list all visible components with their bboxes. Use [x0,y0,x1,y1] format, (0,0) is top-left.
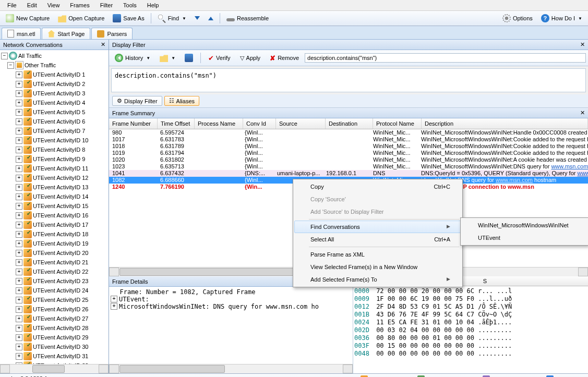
expand-icon[interactable]: + [16,315,22,322]
frame-row[interactable]: 10176.631783{WinI...WinINet_Mic...WinINe… [109,136,588,143]
find-next-button[interactable] [191,13,203,24]
find-prev-button[interactable] [205,13,217,24]
expand-icon[interactable]: + [16,71,22,78]
expand-icon[interactable]: + [16,287,22,294]
ctx-parse-xml[interactable]: Parse Frame as XML [294,248,461,261]
close-pane-button[interactable]: ✕ [580,110,585,116]
expand-icon[interactable]: + [16,231,22,238]
frame-row[interactable]: 10196.631794{WinI...WinINet_Mic...WinINe… [109,150,588,156]
expand-icon[interactable]: + [16,147,22,153]
expand-icon[interactable]: + [16,165,22,172]
expand-icon[interactable]: + [16,222,22,228]
file-tab-start[interactable]: Start Page [42,28,90,39]
col-conv-id[interactable]: Conv Id [243,118,276,129]
col-description[interactable]: Description [422,118,588,129]
remove-button[interactable]: ✘Remove [266,53,303,64]
tree-item[interactable]: +UTEvent ActivityID 12 [0,173,109,183]
expand-icon[interactable]: + [16,184,22,191]
conversation-tree[interactable]: −All Traffic −Other Traffic +UTEvent Act… [0,50,109,364]
tab-display-filter[interactable]: ⚙Display Filter [112,96,162,106]
verify-button[interactable]: ✔Verify [205,53,234,64]
tree-item[interactable]: +UTEvent ActivityID 4 [0,98,109,107]
col-frame-number[interactable]: Frame Number [109,118,158,129]
tree-item[interactable]: +UTEvent ActivityID 23 [0,276,109,286]
tree-item[interactable]: +UTEvent ActivityID 25 [0,295,109,305]
col-destination[interactable]: Destination [326,118,373,129]
menu-frames[interactable]: Frames [65,1,94,9]
tree-item[interactable]: +UTEvent ActivityID 18 [0,229,109,239]
collapse-icon[interactable]: − [1,53,8,59]
tree-item[interactable]: +UTEvent ActivityID 10 [0,136,109,145]
expand-icon[interactable]: + [16,128,22,135]
frame-row[interactable]: 10416.637432{DNS:...umani-laptop-p...192… [109,170,588,177]
tree-item[interactable]: +UTEvent ActivityID 16 [0,211,109,220]
expand-icon[interactable]: + [16,250,22,257]
close-pane-button[interactable]: ✕ [101,41,105,48]
tree-item[interactable]: +UTEvent ActivityID 19 [0,239,109,248]
tree-item[interactable]: +UTEvent ActivityID 26 [0,305,109,314]
tree-item[interactable]: +UTEvent ActivityID 17 [0,220,109,229]
frame-row[interactable]: 9806.595724{WinI...WinINet_Mic...WinINet… [109,129,588,136]
options-button[interactable]: Options [499,13,536,24]
ctx-view-window[interactable]: View Selected Frame(s) in a New Window [294,261,461,273]
expand-icon[interactable]: + [16,353,22,360]
new-capture-button[interactable]: New Capture [2,13,53,24]
how-do-i-button[interactable]: ?How Do I▼ [537,13,586,24]
history-button[interactable]: History▼ [111,52,154,64]
tree-item[interactable]: +UTEvent ActivityID 20 [0,248,109,258]
tree-item[interactable]: +UTEvent ActivityID 6 [0,117,109,126]
tree-item[interactable]: +UTEvent ActivityID 22 [0,267,109,276]
tree-item[interactable]: +UTEvent ActivityID 28 [0,323,109,333]
expand-icon[interactable]: + [16,297,22,303]
tree-item[interactable]: +UTEvent ActivityID 24 [0,286,109,295]
tree-item[interactable]: +UTEvent ActivityID 15 [0,201,109,211]
tree-item[interactable]: +UTEvent ActivityID 9 [0,154,109,164]
expand-icon[interactable]: + [16,90,22,97]
expand-icon[interactable]: + [111,296,117,302]
find-button[interactable]: Find▼ [154,13,190,24]
menu-view[interactable]: View [42,1,65,9]
menu-tools[interactable]: Tools [118,1,142,9]
expand-icon[interactable]: + [16,344,22,350]
tree-item[interactable]: +UTEvent ActivityID 27 [0,314,109,323]
expand-icon[interactable]: + [16,109,22,116]
submenu-utevent[interactable]: UTEvent [462,232,587,244]
horizontal-scrollbar[interactable] [109,364,353,373]
tree-item[interactable]: +UTEvent ActivityID 21 [0,258,109,267]
expand-icon[interactable]: + [16,212,22,219]
expand-icon[interactable]: + [111,303,117,310]
filter-input[interactable] [305,53,586,63]
ctx-find-conversations[interactable]: Find Conversations▶ [294,221,461,233]
frame-row[interactable]: 10186.631789{WinI...WinINet_Mic...WinINe… [109,143,588,150]
expand-icon[interactable]: + [16,325,22,332]
expand-icon[interactable]: + [16,156,22,163]
menu-file[interactable]: File [2,1,22,9]
expand-icon[interactable]: + [16,278,22,285]
save-filter-button[interactable] [181,52,197,64]
apply-button[interactable]: ▽Apply [236,53,265,63]
open-capture-button[interactable]: Open Capture [54,13,108,24]
frame-row[interactable]: 10236.635713{WinI...WinINet_Mic...WinINe… [109,163,588,170]
col-source[interactable]: Source [276,118,326,129]
expand-icon[interactable]: + [16,193,22,200]
expand-icon[interactable]: + [16,100,22,106]
expand-icon[interactable]: + [16,175,22,181]
tab-aliases[interactable]: ☷Aliases [164,96,199,106]
menu-edit[interactable]: Edit [22,1,42,9]
tree-item[interactable]: +UTEvent ActivityID 2 [0,79,109,89]
filter-text-area[interactable]: description.contains("msn") [111,68,586,92]
tree-item[interactable]: +UTEvent ActivityID 29 [0,333,109,342]
tree-item[interactable]: +UTEvent ActivityID 8 [0,145,109,154]
save-as-button[interactable]: Save As [109,13,148,24]
file-tab-msn[interactable]: msn.etl [2,28,41,39]
ctx-select-all[interactable]: Select AllCtrl+A [294,233,461,246]
submenu-wininet[interactable]: WinINet_MicrosoftWindowsWinINet [462,219,587,232]
col-protocol[interactable]: Protocol Name [373,118,422,129]
tree-item[interactable]: +UTEvent ActivityID 14 [0,192,109,201]
close-pane-button[interactable]: ✕ [580,41,585,48]
expand-icon[interactable]: + [16,334,22,341]
expand-icon[interactable]: + [16,240,22,247]
tree-item[interactable]: +UTEvent ActivityID 3 [0,89,109,98]
frame-details-tree[interactable]: Frame: Number = 1082, Captured Frame +UT… [109,287,353,364]
file-tab-parsers[interactable]: Parsers [91,28,133,39]
